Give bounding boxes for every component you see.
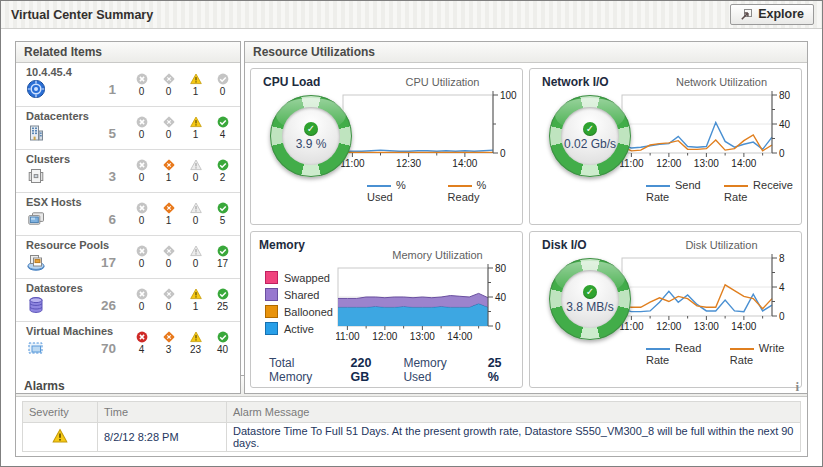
status-fatal[interactable]: 4 [128, 331, 155, 355]
status-count: 0 [139, 172, 145, 183]
svg-text:14:00: 14:00 [447, 331, 472, 342]
svg-text:12:00: 12:00 [656, 158, 681, 169]
status-count: 4 [220, 129, 226, 140]
critical-icon [163, 331, 175, 343]
warning-icon [190, 288, 202, 300]
legend-swatch [265, 288, 278, 301]
status-warning[interactable]: 0 [182, 245, 209, 269]
resource-pool-icon [26, 252, 46, 272]
status-warning[interactable]: 1 [182, 288, 209, 312]
warning-icon [190, 73, 202, 85]
related-item-count: 1 [108, 82, 116, 97]
resource-utilizations-title: Resource Utilizations [253, 42, 375, 62]
status-normal[interactable]: 5 [209, 202, 236, 226]
status-count: 23 [190, 344, 201, 355]
network-chart-title: Network Utilization [676, 76, 767, 88]
status-critical[interactable]: 3 [155, 331, 182, 355]
status-count: 0 [193, 215, 199, 226]
status-normal[interactable]: 4 [209, 116, 236, 140]
status-fatal[interactable]: 0 [128, 116, 155, 140]
cpu-utilization-chart[interactable]: 0100%11:0012:3014:00 [341, 88, 524, 182]
svg-text:40: 40 [779, 119, 791, 130]
column-header-time[interactable]: Time [98, 402, 227, 423]
status-critical[interactable]: 0 [155, 116, 182, 140]
status-warning[interactable]: 23 [182, 331, 209, 355]
status-normal[interactable]: 25 [209, 288, 236, 312]
related-item-row[interactable]: Virtual Machines 70 4 3 23 40 [16, 321, 240, 364]
alarms-title: Alarms [24, 376, 65, 396]
status-critical[interactable]: 1 [155, 202, 182, 226]
alarm-row[interactable]: 8/2/12 8:28 PM Datastore Time To Full 51… [23, 423, 801, 452]
resource-utilizations-panel: Resource Utilizations CPU Load 3.9 % [244, 41, 808, 394]
status-count: 5 [220, 215, 226, 226]
legend-swatch [730, 348, 754, 350]
status-fatal[interactable]: 0 [128, 202, 155, 226]
status-fatal[interactable]: 0 [128, 73, 155, 97]
cpu-chart-title: CPU Utilization [406, 76, 480, 88]
related-item-row[interactable]: ESX Hosts 6 0 1 0 5 [16, 192, 240, 235]
svg-text:0: 0 [779, 311, 785, 322]
related-item-row[interactable]: 10.4.45.4 1 0 0 1 0 [16, 63, 240, 106]
status-critical[interactable]: 0 [155, 288, 182, 312]
column-header-message[interactable]: Alarm Message [227, 402, 801, 423]
normal-icon [217, 73, 229, 85]
status-count: 0 [139, 258, 145, 269]
legend-item: Receive Rate [724, 179, 797, 203]
status-warning[interactable]: 0 [182, 159, 209, 183]
status-warning[interactable]: 0 [182, 202, 209, 226]
related-item-row[interactable]: Datastores 26 0 0 1 25 [16, 278, 240, 321]
cluster-icon [26, 166, 46, 186]
info-icon[interactable]: i [795, 380, 799, 393]
status-warning[interactable]: 1 [182, 73, 209, 97]
disk-io-gauge[interactable]: 3.8 MB/s [549, 258, 631, 340]
fatal-icon [136, 202, 148, 214]
normal-icon [217, 245, 229, 257]
cpu-load-gauge[interactable]: 3.9 % [270, 95, 352, 177]
status-summary: 0 1 0 2 [128, 159, 236, 183]
status-count: 1 [193, 301, 199, 312]
fatal-icon [136, 73, 148, 85]
svg-text:12:30: 12:30 [396, 158, 421, 169]
status-fatal[interactable]: 0 [128, 159, 155, 183]
svg-text:12:00: 12:00 [656, 321, 681, 332]
legend-swatch [265, 305, 278, 318]
status-normal[interactable]: 2 [209, 159, 236, 183]
normal-icon [217, 331, 229, 343]
memory-totals: Total Memory 220 GB Memory Used 25 % [257, 355, 516, 384]
memory-utilization-chart[interactable]: 04080GB11:0012:0013:0014:00 [336, 261, 524, 355]
status-summary: 0 0 1 25 [128, 288, 236, 312]
status-count: 25 [217, 301, 228, 312]
legend-swatch [448, 185, 472, 187]
explore-button[interactable]: Explore [730, 4, 814, 25]
status-normal[interactable]: 0 [209, 73, 236, 97]
status-count: 4 [139, 344, 145, 355]
vcenter-icon [26, 79, 46, 99]
legend-item: Read Rate [646, 342, 714, 366]
related-item-row[interactable]: Datacenters 5 0 0 1 4 [16, 106, 240, 149]
alarm-message: Datastore Time To Full 51 Days. At the p… [227, 423, 801, 452]
status-normal[interactable]: 40 [209, 331, 236, 355]
status-fatal[interactable]: 0 [128, 288, 155, 312]
column-header-severity[interactable]: Severity [23, 402, 98, 423]
status-summary: 0 1 0 5 [128, 202, 236, 226]
status-critical[interactable]: 0 [155, 245, 182, 269]
critical-icon [163, 202, 175, 214]
network-io-value: 0.02 Gb/s [564, 137, 616, 151]
status-critical[interactable]: 0 [155, 73, 182, 97]
status-critical[interactable]: 1 [155, 159, 182, 183]
status-normal[interactable]: 17 [209, 245, 236, 269]
related-item-row[interactable]: Resource Pools 17 0 0 0 17 [16, 235, 240, 278]
normal-icon [217, 288, 229, 300]
status-fatal[interactable]: 0 [128, 245, 155, 269]
fatal-icon [136, 159, 148, 171]
fatal-icon [136, 331, 148, 343]
network-utilization-chart[interactable]: 04080Mb/s11:0012:0013:0014:00 [620, 88, 803, 182]
memory-used-value: 25 % [488, 356, 516, 384]
disk-utilization-chart[interactable]: 048MB/s11:0012:0013:0014:00 [620, 251, 803, 345]
network-io-gauge[interactable]: 0.02 Gb/s [549, 95, 631, 177]
related-item-row[interactable]: Clusters 3 0 1 0 2 [16, 149, 240, 192]
critical-icon [163, 73, 175, 85]
status-warning[interactable]: 1 [182, 116, 209, 140]
status-count: 0 [139, 86, 145, 97]
critical-icon [163, 245, 175, 257]
